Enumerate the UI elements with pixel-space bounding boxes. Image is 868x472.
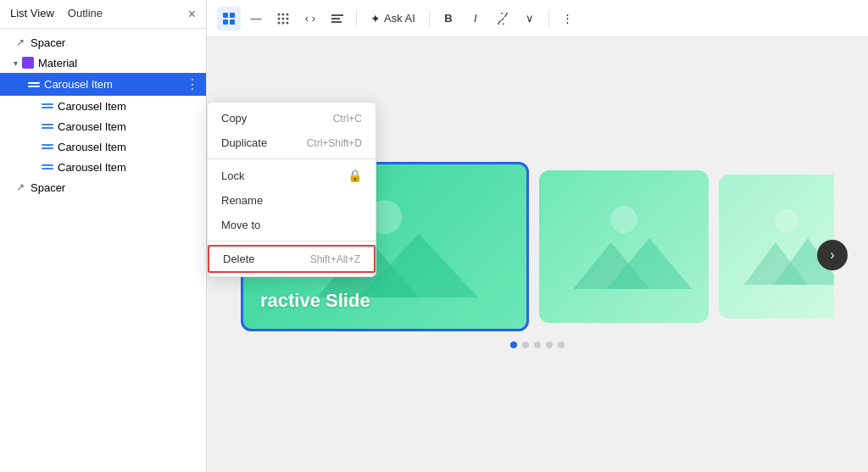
dot-2[interactable]	[522, 342, 529, 348]
align-button[interactable]	[326, 7, 349, 31]
carousel-item-1-icon	[27, 78, 41, 92]
toolbar-divider-3	[548, 10, 549, 27]
close-button[interactable]: ×	[188, 8, 196, 21]
menu-delete-shortcut: Shift+Alt+Z	[310, 253, 360, 265]
svg-point-9	[287, 17, 289, 19]
carousel-item-3-icon	[41, 119, 54, 133]
dash-line-button[interactable]: —	[244, 7, 268, 31]
menu-move-to-label: Move to	[221, 219, 260, 231]
dot-4[interactable]	[546, 342, 553, 348]
carousel-item-2-label: Carousel Item	[58, 100, 199, 113]
carousel-item-4-label: Carousel Item	[58, 141, 199, 153]
svg-point-22	[775, 209, 798, 233]
menu-item-delete[interactable]: Delete Shift+Alt+Z	[208, 245, 376, 273]
dot-1[interactable]	[510, 342, 517, 348]
italic-button[interactable]: I	[464, 7, 487, 31]
svg-rect-0	[223, 13, 228, 18]
svg-point-5	[282, 13, 285, 15]
panel-header: List View Outline ×	[0, 0, 206, 29]
menu-copy-label: Copy	[221, 112, 247, 125]
slide-tertiary[interactable]	[719, 175, 834, 319]
menu-item-copy[interactable]: Copy Ctrl+C	[208, 106, 376, 130]
carousel-item-4-icon	[41, 140, 54, 153]
svg-point-7	[278, 17, 281, 19]
svg-rect-14	[331, 18, 340, 19]
slide-secondary[interactable]	[539, 170, 709, 323]
tree-item-carousel-5[interactable]: Carousel Item	[0, 157, 206, 177]
menu-separator-1	[208, 158, 376, 159]
tree-item-spacer-top[interactable]: ↗ Spacer	[0, 32, 206, 53]
tree-item-carousel-4[interactable]: Carousel Item	[0, 136, 206, 157]
menu-item-lock[interactable]: Lock 🔒	[208, 163, 376, 188]
dot-5[interactable]	[558, 342, 565, 348]
link-button[interactable]	[491, 7, 515, 31]
menu-item-rename[interactable]: Rename	[208, 188, 376, 213]
carousel-next-button[interactable]: ›	[817, 240, 848, 270]
tab-outline[interactable]: Outline	[68, 7, 103, 21]
svg-rect-15	[331, 21, 342, 23]
context-menu: Copy Ctrl+C Duplicate Ctrl+Shift+D Lock …	[207, 102, 376, 277]
menu-item-duplicate[interactable]: Duplicate Ctrl+Shift+D	[208, 130, 376, 155]
toolbar-divider-2	[429, 10, 430, 27]
material-icon	[21, 56, 35, 69]
tree-item-spacer-bottom[interactable]: ↗ Spacer	[0, 177, 206, 197]
panel-tabs: List View Outline	[10, 7, 103, 21]
menu-duplicate-shortcut: Ctrl+Shift+D	[307, 137, 362, 149]
carousel-item-3-label: Carousel Item	[58, 120, 199, 133]
ask-ai-button[interactable]: ✦ Ask AI	[364, 8, 422, 29]
lock-icon: 🔒	[348, 169, 362, 182]
chevrons-button[interactable]: ‹ ›	[298, 7, 322, 31]
svg-point-19	[610, 206, 637, 233]
tree-item-material[interactable]: ▾ Material	[0, 53, 206, 73]
slide-main-text: ractive Slide	[260, 290, 370, 312]
svg-rect-3	[230, 19, 235, 25]
svg-point-11	[282, 21, 285, 24]
block-view-button[interactable]	[217, 7, 241, 31]
svg-point-12	[287, 21, 289, 24]
menu-duplicate-label: Duplicate	[221, 136, 267, 149]
menu-separator-2	[208, 241, 376, 242]
carousel-item-5-icon	[41, 160, 54, 174]
slide-secondary-image	[539, 170, 709, 323]
svg-point-8	[282, 17, 285, 19]
menu-delete-label: Delete	[223, 253, 255, 265]
menu-lock-label: Lock	[221, 169, 244, 182]
bold-button[interactable]: B	[437, 7, 460, 31]
spacer-bottom-label: Spacer	[31, 181, 199, 194]
carousel-dots	[241, 342, 834, 348]
carousel-item-1-label: Carousel Item	[44, 78, 186, 91]
tree-list: ↗ Spacer ▾ Material Carousel Item ⋮	[0, 29, 206, 472]
material-label: Material	[38, 57, 199, 69]
svg-point-4	[278, 13, 281, 15]
tree-item-carousel-1[interactable]: Carousel Item ⋮	[0, 73, 206, 96]
tree-item-carousel-3[interactable]: Carousel Item	[0, 116, 206, 136]
left-panel: List View Outline × ↗ Spacer ▾ Material	[0, 0, 207, 472]
svg-rect-1	[230, 13, 235, 18]
spacer-top-icon: ↗	[14, 36, 27, 49]
tab-list-view[interactable]: List View	[10, 7, 54, 21]
carousel-item-2-icon	[41, 99, 54, 113]
tree-item-carousel-2[interactable]: Carousel Item	[0, 96, 206, 116]
ask-ai-label: Ask AI	[384, 12, 415, 25]
dot-3[interactable]	[534, 342, 541, 348]
material-chevron: ▾	[14, 58, 18, 68]
svg-rect-2	[223, 19, 228, 25]
svg-rect-13	[331, 14, 343, 16]
slide-tertiary-image	[719, 175, 834, 319]
spacer-top-label: Spacer	[31, 36, 199, 49]
svg-point-6	[287, 13, 289, 15]
menu-item-move-to[interactable]: Move to	[208, 213, 376, 237]
menu-copy-shortcut: Ctrl+C	[333, 113, 362, 125]
carousel-item-1-actions[interactable]: ⋮	[186, 76, 199, 92]
svg-point-10	[278, 21, 281, 24]
more-options-button[interactable]: ⋮	[556, 7, 580, 31]
carousel-item-5-label: Carousel Item	[58, 161, 199, 174]
menu-rename-label: Rename	[221, 194, 263, 207]
dropdown-arrow-button[interactable]: ∨	[518, 7, 542, 31]
spacer-bottom-icon: ↗	[14, 180, 27, 194]
toolbar-divider-1	[356, 10, 357, 27]
grid-button[interactable]	[271, 7, 295, 31]
ai-star-icon: ✦	[370, 12, 381, 25]
toolbar: — ‹ › ✦ Ask AI	[207, 0, 868, 37]
